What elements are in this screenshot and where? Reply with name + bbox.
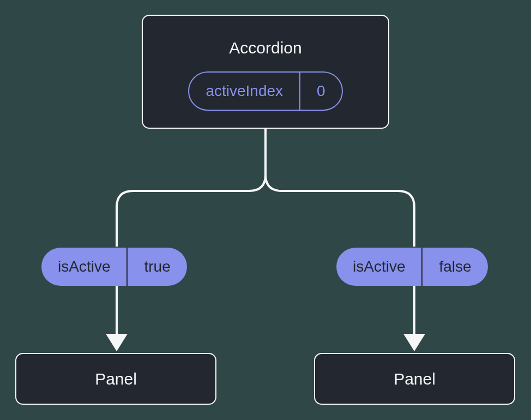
prop-value: false bbox=[421, 248, 487, 286]
prop-pill-left: isActive true bbox=[41, 248, 187, 286]
prop-value: true bbox=[126, 248, 186, 286]
prop-pill-right: isActive false bbox=[336, 248, 488, 286]
root-node: Accordion activeIndex 0 bbox=[142, 15, 389, 129]
state-value: 0 bbox=[299, 73, 342, 110]
prop-key: isActive bbox=[336, 248, 421, 286]
state-key: activeIndex bbox=[189, 73, 299, 110]
diagram-canvas: Accordion activeIndex 0 isActive true is… bbox=[0, 0, 531, 420]
panel-title: Panel bbox=[394, 370, 436, 388]
panel-node-right: Panel bbox=[314, 353, 515, 405]
state-pill: activeIndex 0 bbox=[188, 71, 342, 111]
prop-key: isActive bbox=[41, 248, 126, 286]
root-node-title: Accordion bbox=[229, 39, 301, 57]
panel-title: Panel bbox=[95, 370, 137, 388]
panel-node-left: Panel bbox=[15, 353, 216, 405]
